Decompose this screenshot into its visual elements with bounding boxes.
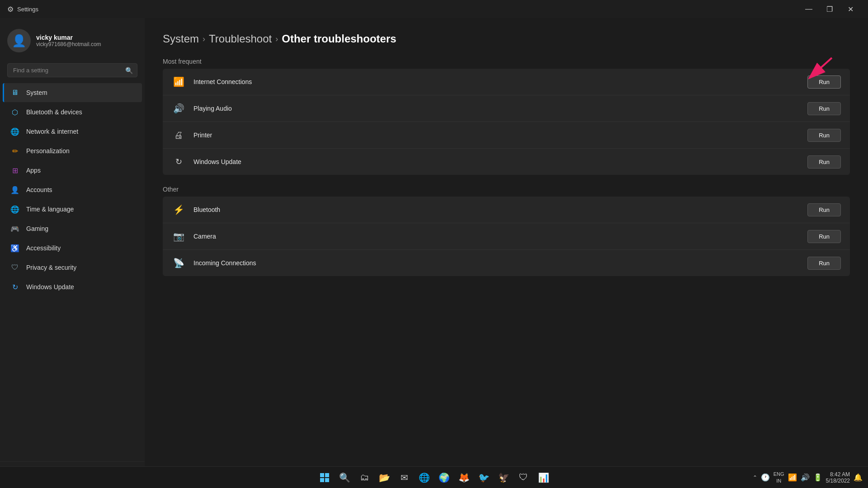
personalization-icon: ✏ bbox=[10, 146, 20, 156]
bluetooth-label: Bluetooth & devices bbox=[26, 108, 82, 116]
taskbar-date: 5/18/2022 bbox=[826, 478, 850, 484]
taskbar-lang[interactable]: ENGIN bbox=[774, 471, 784, 484]
taskbar-volume: 🔊 bbox=[801, 473, 810, 482]
gaming-label: Gaming bbox=[26, 225, 48, 232]
troubleshooter-row: 📶Internet ConnectionsRun bbox=[163, 69, 850, 95]
titlebar: ⚙ Settings — ❐ ✕ bbox=[0, 0, 868, 18]
taskbar-start[interactable] bbox=[316, 469, 334, 487]
accounts-label: Accounts bbox=[26, 186, 52, 193]
run-playing-audio-button[interactable]: Run bbox=[807, 102, 841, 115]
sidebar-item-accessibility[interactable]: ♿Accessibility bbox=[3, 239, 142, 258]
taskbar-clock[interactable]: 8:42 AM 5/18/2022 bbox=[826, 471, 850, 484]
taskbar-app[interactable]: 📊 bbox=[534, 469, 552, 487]
user-section: 👤 vicky kumar vicky971686@hotmail.com bbox=[0, 18, 145, 60]
camera-label: Camera bbox=[193, 233, 799, 240]
other-label: Other bbox=[163, 186, 850, 193]
titlebar-title: Settings bbox=[17, 6, 38, 13]
system-label: System bbox=[26, 89, 47, 96]
internet-connections-label: Internet Connections bbox=[193, 78, 799, 85]
most-frequent-label: Most frequent bbox=[163, 58, 850, 65]
breadcrumb-troubleshoot[interactable]: Troubleshoot bbox=[209, 33, 272, 45]
sidebar-item-personalization[interactable]: ✏Personalization bbox=[3, 141, 142, 160]
taskbar-twitter[interactable]: 🐦 bbox=[475, 469, 493, 487]
privacy-label: Privacy & security bbox=[26, 264, 76, 271]
apps-icon: ⊞ bbox=[10, 165, 20, 175]
sidebar-item-gaming[interactable]: 🎮Gaming bbox=[3, 219, 142, 238]
network-label: Network & internet bbox=[26, 128, 78, 135]
taskbar-search[interactable]: 🔍 bbox=[335, 469, 354, 487]
troubleshooter-row: ⚡BluetoothRun bbox=[163, 197, 850, 223]
gaming-icon: 🎮 bbox=[10, 224, 20, 234]
playing-audio-label: Playing Audio bbox=[193, 105, 799, 112]
incoming-connections-icon: 📡 bbox=[172, 256, 185, 270]
taskbar-notification[interactable]: 🔔 bbox=[854, 473, 863, 482]
run-windows-update-button[interactable]: Run bbox=[807, 155, 841, 169]
windows_update-icon: ↻ bbox=[10, 282, 20, 292]
taskbar-shield[interactable]: 🛡 bbox=[514, 469, 533, 487]
close-button[interactable]: ✕ bbox=[840, 0, 861, 18]
taskbar-time: 8:42 AM bbox=[830, 471, 850, 478]
taskbar-wifi: 📶 bbox=[788, 473, 797, 482]
taskbar-brave[interactable]: 🦅 bbox=[495, 469, 513, 487]
troubleshooter-row: 🔊Playing AudioRun bbox=[163, 95, 850, 122]
content-body: Most frequent 📶Internet ConnectionsRun🔊P… bbox=[163, 58, 850, 276]
troubleshooter-row: 🖨PrinterRun bbox=[163, 122, 850, 149]
run-internet-connections-button[interactable]: Run bbox=[807, 75, 841, 89]
troubleshooter-row: 📷CameraRun bbox=[163, 223, 850, 250]
run-incoming-connections-button[interactable]: Run bbox=[807, 257, 841, 270]
privacy-icon: 🛡 bbox=[10, 263, 20, 272]
accessibility-icon: ♿ bbox=[10, 243, 20, 253]
printer-label: Printer bbox=[193, 131, 799, 139]
time-label: Time & language bbox=[26, 206, 74, 213]
taskbar-files[interactable]: 📂 bbox=[375, 469, 393, 487]
nav-list: 🖥System⬡Bluetooth & devices🌐Network & in… bbox=[0, 83, 145, 297]
sidebar-item-apps[interactable]: ⊞Apps bbox=[3, 161, 142, 180]
sidebar-item-windows_update[interactable]: ↻Windows Update bbox=[3, 277, 142, 296]
minimize-button[interactable]: — bbox=[798, 0, 819, 18]
windows-update-icon: ↻ bbox=[172, 155, 185, 169]
other-section: ⚡BluetoothRun📷CameraRun📡Incoming Connect… bbox=[163, 197, 850, 276]
taskbar-battery: 🔋 bbox=[813, 473, 822, 482]
incoming-connections-label: Incoming Connections bbox=[193, 259, 799, 267]
taskbar-taskview[interactable]: 🗂 bbox=[355, 469, 373, 487]
main-content: System › Troubleshoot › Other troublesho… bbox=[145, 18, 868, 488]
app-container: 👤 vicky kumar vicky971686@hotmail.com 🔍 … bbox=[0, 18, 868, 488]
windows-update-label: Windows Update bbox=[193, 158, 799, 165]
playing-audio-icon: 🔊 bbox=[172, 102, 185, 115]
sidebar-item-privacy[interactable]: 🛡Privacy & security bbox=[3, 258, 142, 277]
network-icon: 🌐 bbox=[10, 127, 20, 136]
taskbar-right: ⌃ 🕐 ENGIN 📶 🔊 🔋 8:42 AM 5/18/2022 🔔 bbox=[753, 471, 863, 484]
internet-connections-icon: 📶 bbox=[172, 75, 185, 89]
windows_update-label: Windows Update bbox=[26, 283, 74, 291]
taskbar-chevron-up[interactable]: ⌃ bbox=[753, 474, 757, 481]
sidebar-item-time[interactable]: 🌐Time & language bbox=[3, 200, 142, 219]
accessibility-label: Accessibility bbox=[26, 244, 61, 252]
user-name: vicky kumar bbox=[36, 34, 101, 41]
bluetooth-icon: ⚡ bbox=[172, 203, 185, 216]
personalization-label: Personalization bbox=[26, 147, 70, 155]
svg-rect-3 bbox=[325, 473, 329, 477]
breadcrumb-sep-1: › bbox=[203, 34, 205, 44]
sidebar-item-system[interactable]: 🖥System bbox=[3, 83, 142, 102]
maximize-button[interactable]: ❐ bbox=[819, 0, 840, 18]
taskbar-mail[interactable]: ✉ bbox=[395, 469, 413, 487]
time-icon: 🌐 bbox=[10, 204, 20, 214]
sidebar-item-network[interactable]: 🌐Network & internet bbox=[3, 122, 142, 141]
search-input[interactable] bbox=[7, 63, 137, 77]
avatar: 👤 bbox=[7, 29, 31, 52]
run-printer-button[interactable]: Run bbox=[807, 129, 841, 142]
sidebar-item-bluetooth[interactable]: ⬡Bluetooth & devices bbox=[3, 103, 142, 122]
troubleshooter-row: ↻Windows UpdateRun bbox=[163, 149, 850, 175]
svg-rect-5 bbox=[325, 478, 329, 482]
taskbar-firefox[interactable]: 🦊 bbox=[455, 469, 473, 487]
taskbar-chrome[interactable]: 🌍 bbox=[435, 469, 453, 487]
search-icon: 🔍 bbox=[125, 67, 133, 74]
sidebar-item-accounts[interactable]: 👤Accounts bbox=[3, 180, 142, 199]
breadcrumb-system[interactable]: System bbox=[163, 33, 199, 45]
run-camera-button[interactable]: Run bbox=[807, 230, 841, 243]
taskbar-edge[interactable]: 🌐 bbox=[415, 469, 433, 487]
run-bluetooth-button[interactable]: Run bbox=[807, 203, 841, 216]
svg-rect-4 bbox=[320, 478, 324, 482]
breadcrumb-current: Other troubleshooters bbox=[282, 33, 396, 45]
taskbar: 🔍 🗂 📂 ✉ 🌐 🌍 🦊 🐦 🦅 🛡 📊 ⌃ 🕐 ENGIN 📶 🔊 🔋 8:… bbox=[0, 466, 868, 488]
